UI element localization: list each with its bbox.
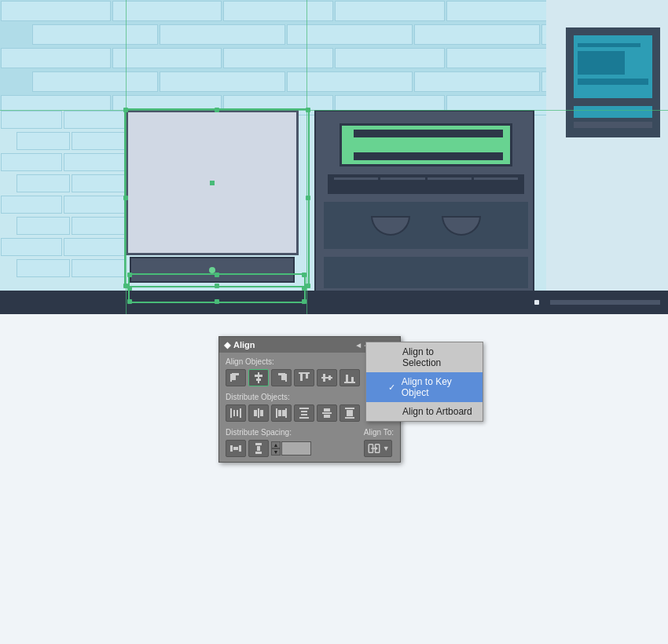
svg-rect-40 bbox=[230, 445, 233, 452]
align-title-text: Align bbox=[233, 340, 255, 349]
distribute-spacing-label: Distribute Spacing: bbox=[226, 428, 311, 437]
distribute-center-h-button[interactable] bbox=[248, 404, 269, 422]
svg-rect-0 bbox=[230, 374, 232, 382]
tv-object bbox=[126, 110, 306, 283]
distribute-spacing-v-button[interactable] bbox=[248, 440, 269, 457]
left-brick-bg bbox=[0, 110, 126, 291]
stove-ruler bbox=[328, 174, 524, 194]
svg-rect-26 bbox=[285, 408, 287, 418]
svg-rect-16 bbox=[346, 375, 348, 382]
svg-rect-44 bbox=[255, 452, 262, 454]
dark-bar-line bbox=[550, 300, 660, 305]
right-panel bbox=[546, 0, 668, 314]
handle-bm bbox=[215, 284, 219, 288]
distribute-left-button[interactable] bbox=[226, 404, 246, 422]
svg-rect-45 bbox=[257, 446, 260, 451]
svg-rect-43 bbox=[255, 443, 262, 445]
svg-rect-10 bbox=[300, 374, 303, 381]
stove-top bbox=[340, 123, 512, 166]
align-top-button[interactable] bbox=[294, 369, 314, 386]
bottom-section: Distribute Spacing: bbox=[226, 428, 394, 457]
align-title-icon: ◆ bbox=[224, 340, 230, 350]
svg-rect-1 bbox=[232, 375, 236, 380]
align-right-button[interactable] bbox=[271, 369, 292, 386]
svg-rect-14 bbox=[328, 375, 331, 380]
distribute-bottom-button[interactable] bbox=[340, 404, 360, 422]
svg-rect-32 bbox=[301, 414, 307, 415]
align-middle-button[interactable] bbox=[317, 369, 337, 386]
tv-stand-dot bbox=[209, 267, 215, 273]
distribute-middle-button[interactable] bbox=[317, 404, 337, 422]
right-panel-device bbox=[566, 27, 660, 137]
tv-screen bbox=[126, 110, 299, 255]
svg-rect-5 bbox=[256, 379, 261, 381]
align-bottom-button[interactable] bbox=[340, 369, 360, 386]
svg-rect-17 bbox=[351, 377, 354, 382]
guide-vertical-1 bbox=[126, 0, 127, 314]
right-panel-bar2 bbox=[574, 122, 652, 128]
svg-rect-3 bbox=[258, 372, 259, 383]
svg-rect-37 bbox=[345, 417, 354, 419]
dropdown-item-align-artboard[interactable]: Align to Artboard bbox=[366, 402, 483, 421]
svg-rect-38 bbox=[347, 410, 353, 413]
dropdown-label-align-key-object: Align to Key Object bbox=[402, 376, 475, 398]
svg-rect-24 bbox=[260, 410, 263, 416]
guide-horizontal-1 bbox=[0, 110, 668, 111]
svg-rect-4 bbox=[255, 375, 262, 377]
dropdown-label-align-artboard: Align to Artboard bbox=[402, 406, 472, 417]
align-to-dropdown-btn[interactable]: ▼ bbox=[364, 440, 392, 457]
svg-rect-42 bbox=[233, 447, 238, 450]
distribute-right-button[interactable] bbox=[271, 404, 292, 422]
svg-rect-2 bbox=[232, 373, 239, 375]
dropdown-label-align-selection: Align to Selection bbox=[402, 346, 475, 368]
distribute-spacing-section: Distribute Spacing: bbox=[226, 428, 311, 457]
bowl-right bbox=[442, 216, 481, 236]
svg-rect-15 bbox=[344, 382, 355, 383]
px-input[interactable]: 0 px bbox=[281, 441, 311, 456]
checkmark-align-key-object: ✓ bbox=[388, 382, 398, 393]
svg-rect-36 bbox=[345, 408, 354, 409]
dark-bar bbox=[0, 291, 668, 314]
right-panel-bar bbox=[574, 106, 652, 118]
svg-rect-34 bbox=[324, 408, 330, 412]
svg-rect-27 bbox=[278, 410, 281, 416]
checkmark-align-selection bbox=[388, 353, 399, 362]
align-panel-title: ◆ Align bbox=[224, 340, 255, 350]
dark-bar-dot bbox=[534, 300, 539, 305]
checkmark-align-artboard bbox=[388, 407, 399, 416]
align-center-h-button[interactable] bbox=[248, 369, 269, 386]
svg-rect-33 bbox=[322, 412, 332, 414]
align-to-dropdown-menu: Align to Selection ✓ Align to Key Object… bbox=[365, 342, 483, 422]
svg-rect-13 bbox=[323, 374, 325, 382]
svg-rect-25 bbox=[276, 408, 277, 418]
align-to-section: Align To: ▼ bbox=[364, 428, 394, 457]
svg-rect-30 bbox=[299, 417, 309, 419]
tv-screen-dot bbox=[210, 181, 215, 185]
dropdown-item-align-key-object[interactable]: ✓ Align to Key Object bbox=[366, 372, 483, 402]
svg-rect-23 bbox=[254, 410, 257, 416]
px-spinner[interactable]: ▲ ▼ bbox=[271, 441, 281, 456]
align-left-button[interactable] bbox=[226, 369, 246, 386]
svg-rect-18 bbox=[230, 408, 232, 418]
svg-rect-29 bbox=[299, 408, 309, 409]
tv-stand bbox=[130, 257, 295, 283]
stove-bottom bbox=[324, 257, 528, 288]
stove-object bbox=[314, 110, 534, 298]
svg-rect-31 bbox=[301, 411, 307, 412]
stove-shelf bbox=[324, 202, 528, 249]
distribute-spacing-h-button[interactable] bbox=[226, 440, 246, 457]
svg-rect-9 bbox=[299, 372, 310, 374]
dropdown-item-align-selection[interactable]: Align to Selection bbox=[366, 342, 483, 372]
svg-rect-19 bbox=[240, 408, 241, 418]
px-decrement-btn[interactable]: ▼ bbox=[271, 448, 281, 456]
bowl-left bbox=[371, 216, 410, 236]
svg-rect-22 bbox=[258, 408, 259, 418]
svg-rect-6 bbox=[285, 374, 287, 382]
canvas-area bbox=[0, 0, 668, 314]
px-increment-btn[interactable]: ▲ bbox=[271, 441, 281, 448]
svg-rect-39 bbox=[347, 413, 353, 416]
svg-rect-20 bbox=[233, 410, 235, 416]
distribute-spacing-controls: ▲ ▼ 0 px bbox=[226, 440, 311, 457]
distribute-top-button[interactable] bbox=[294, 404, 314, 422]
right-panel-screen bbox=[574, 35, 652, 98]
